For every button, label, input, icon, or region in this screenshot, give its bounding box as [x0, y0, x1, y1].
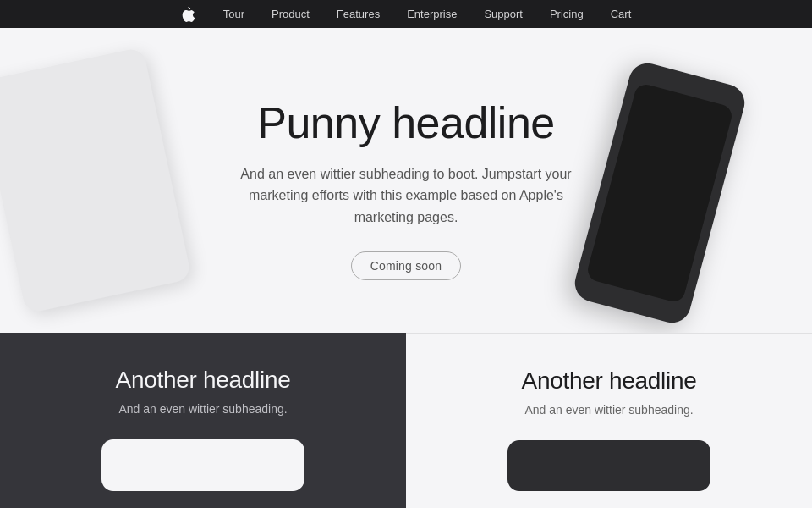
- nav-item-pricing[interactable]: Pricing: [550, 8, 584, 20]
- card-preview-dark: [508, 440, 710, 491]
- nav-logo[interactable]: [181, 7, 196, 22]
- section-dark-left: Another headline And an even wittier sub…: [0, 333, 406, 508]
- nav-item-support[interactable]: Support: [484, 8, 523, 20]
- section-left-subheading: And an even wittier subheading.: [118, 402, 287, 416]
- phone-screen: [585, 82, 734, 304]
- hero-headline: Punny headline: [228, 97, 584, 148]
- coming-soon-button[interactable]: Coming soon: [351, 251, 462, 280]
- section-left-headline: Another headline: [116, 367, 291, 394]
- card-preview-light: [102, 439, 304, 491]
- nav-item-features[interactable]: Features: [337, 8, 380, 20]
- navbar: Tour Product Features Enterprise Support…: [0, 0, 812, 28]
- device-right: [558, 36, 778, 333]
- tablet-white-device: [0, 47, 192, 313]
- bottom-sections: Another headline And an even wittier sub…: [0, 333, 812, 508]
- hero-subheading: And an even wittier subheading to boot. …: [228, 163, 584, 229]
- section-light-right: Another headline And an even wittier sub…: [406, 333, 812, 508]
- section-right-subheading: And an even wittier subheading.: [524, 403, 693, 417]
- phone-dark-device: [571, 59, 749, 327]
- nav-item-product[interactable]: Product: [272, 8, 310, 20]
- device-left: [0, 45, 203, 316]
- hero-content: Punny headline And an even wittier subhe…: [228, 97, 584, 281]
- hero-section: Punny headline And an even wittier subhe…: [0, 28, 812, 333]
- section-right-headline: Another headline: [522, 367, 697, 395]
- logo-icon: [181, 7, 196, 22]
- nav-item-enterprise[interactable]: Enterprise: [407, 8, 457, 20]
- nav-item-cart[interactable]: Cart: [611, 8, 632, 20]
- nav-item-tour[interactable]: Tour: [223, 8, 244, 20]
